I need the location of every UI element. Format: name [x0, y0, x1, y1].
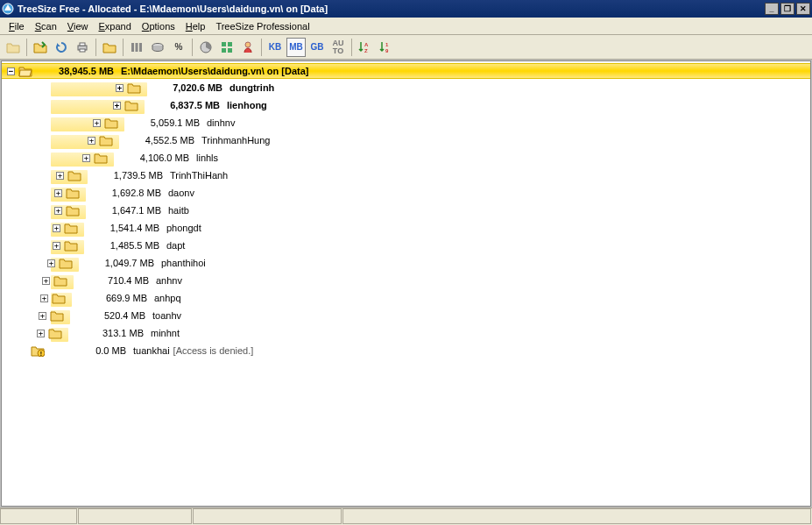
status-seg-3 — [193, 508, 342, 524]
folder-icon — [67, 169, 81, 181]
expander-icon[interactable]: + — [37, 330, 45, 337]
tree-row[interactable]: !0.0 MBtuankhai[Access is denied.] — [2, 342, 810, 359]
open-explorer-button[interactable] — [100, 38, 119, 57]
menu-view[interactable]: View — [62, 19, 94, 33]
disk-button[interactable] — [148, 38, 167, 57]
scan-button[interactable] — [31, 38, 50, 57]
expander-icon[interactable]: + — [42, 277, 50, 285]
row-size: 1,647.1 MB — [83, 205, 166, 216]
svg-text:A: A — [364, 42, 369, 47]
row-name: TrinhThiHanh — [168, 170, 228, 181]
chart-pie-button[interactable] — [196, 38, 215, 57]
expander-icon[interactable]: + — [53, 224, 60, 232]
svg-rect-11 — [222, 48, 226, 53]
svg-rect-10 — [228, 42, 232, 46]
tree-row[interactable]: +7,020.6 MBdungtrinh — [2, 79, 810, 96]
age-button[interactable] — [238, 38, 258, 57]
tree-row[interactable]: +4,106.0 MBlinhls — [2, 149, 810, 167]
expander-icon[interactable]: + — [54, 207, 62, 215]
row-name: daonv — [166, 188, 194, 198]
root-size: 38,945.5 MB — [36, 66, 119, 76]
menu-file[interactable]: File — [4, 19, 30, 33]
row-size: 4,552.5 MB — [117, 135, 200, 145]
row-name: phanthihoi — [159, 258, 206, 268]
svg-rect-6 — [139, 43, 142, 52]
expander-icon[interactable]: + — [54, 189, 62, 197]
tree-row[interactable]: +1,692.8 MBdaonv — [2, 184, 810, 202]
folder-icon — [124, 99, 138, 111]
open-folder-button[interactable] — [4, 38, 23, 57]
unit-gb-button[interactable]: GB — [307, 38, 327, 57]
row-name: toanhv — [151, 310, 181, 321]
tree-row[interactable]: +1,485.5 MBdapt — [2, 237, 810, 254]
close-button[interactable]: ✕ — [796, 3, 810, 15]
menu-scan[interactable]: Scan — [30, 19, 62, 33]
app-icon — [2, 3, 14, 15]
expander-icon[interactable]: − — [7, 67, 15, 75]
expander-icon[interactable]: + — [93, 119, 101, 127]
row-size: 1,692.8 MB — [83, 188, 166, 198]
row-name: phongdt — [165, 223, 201, 233]
row-size: 313.1 MB — [66, 328, 149, 338]
expander-icon[interactable]: + — [53, 242, 60, 250]
sort-az-button[interactable]: AZ — [356, 38, 375, 57]
svg-rect-9 — [222, 42, 226, 46]
unit-mb-button[interactable]: MB — [286, 38, 306, 57]
tree-row[interactable]: +4,552.5 MBTrinhmanhHung — [2, 131, 810, 149]
tree-row[interactable]: +710.4 MBanhnv — [2, 272, 810, 289]
row-name: haitb — [166, 205, 189, 216]
row-name: TrinhmanhHung — [200, 135, 270, 145]
folder-open-icon — [18, 65, 32, 77]
refresh-button[interactable] — [52, 38, 71, 57]
tree-row[interactable]: +1,541.4 MBphongdt — [2, 219, 810, 237]
minimize-button[interactable]: _ — [765, 3, 779, 15]
menu-options[interactable]: Options — [137, 19, 180, 33]
menu-help[interactable]: Help — [180, 19, 211, 33]
tree-row[interactable]: +669.9 MBanhpq — [2, 289, 810, 307]
expander-icon[interactable]: + — [40, 294, 48, 302]
row-size: 0.0 MB — [48, 345, 131, 356]
tree-row[interactable]: +520.4 MBtoanhv — [2, 307, 810, 324]
expander-icon[interactable]: + — [88, 137, 95, 145]
svg-text:Z: Z — [364, 48, 368, 53]
row-name: linhls — [194, 153, 218, 163]
window-title: TreeSize Free - Allocated - E:\Mdaemon\U… — [18, 4, 763, 14]
content-tree[interactable]: − 38,945.5 MB E:\Mdaemon\Users\daidung.v… — [1, 60, 811, 507]
columns-button[interactable] — [127, 38, 146, 57]
statusbar — [0, 507, 812, 525]
tree-row[interactable]: +5,059.1 MBdinhnv — [2, 114, 810, 131]
menu-expand[interactable]: Expand — [94, 19, 137, 33]
expander-icon[interactable]: + — [47, 259, 55, 267]
svg-point-13 — [245, 42, 251, 47]
percent-button[interactable]: % — [169, 38, 188, 57]
expander-icon[interactable]: + — [82, 154, 90, 162]
folder-icon — [66, 187, 80, 199]
row-note: [Access is denied.] — [170, 345, 254, 356]
sort-19-button[interactable]: 19 — [377, 38, 396, 57]
expander-icon[interactable]: + — [116, 84, 124, 92]
maximize-button[interactable]: ❐ — [780, 3, 794, 15]
menu-pro[interactable]: TreeSize Professional — [210, 19, 314, 33]
print-button[interactable] — [73, 38, 92, 57]
tree-row[interactable]: +6,837.5 MBlienhong — [2, 96, 810, 114]
grid-button[interactable] — [217, 38, 237, 57]
root-path: E:\Mdaemon\Users\daidung.vn\ on [Data] — [119, 66, 309, 76]
tree-row[interactable]: +313.1 MBminhnt — [2, 324, 810, 342]
expander-icon[interactable]: + — [113, 102, 121, 110]
folder-icon — [64, 239, 78, 252]
folder-icon — [52, 292, 66, 304]
tree-row[interactable]: +1,049.7 MBphanthihoi — [2, 254, 810, 272]
row-size: 520.4 MB — [67, 310, 151, 321]
expander-icon[interactable]: + — [56, 172, 64, 180]
root-row[interactable]: − 38,945.5 MB E:\Mdaemon\Users\daidung.v… — [2, 63, 810, 79]
tree-row[interactable]: +1,647.1 MBhaitb — [2, 202, 810, 219]
tree-row[interactable]: +1,739.5 MBTrinhThiHanh — [2, 167, 810, 184]
unit-kb-button[interactable]: KB — [265, 38, 285, 57]
folder-icon — [104, 117, 118, 129]
titlebar: TreeSize Free - Allocated - E:\Mdaemon\U… — [0, 0, 812, 18]
expander-icon[interactable]: + — [39, 312, 46, 320]
row-size: 1,049.7 MB — [76, 258, 159, 268]
menubar: File Scan View Expand Options Help TreeS… — [0, 18, 812, 35]
svg-text:!: ! — [40, 351, 42, 357]
unit-auto-button[interactable]: AU TO — [328, 38, 348, 57]
